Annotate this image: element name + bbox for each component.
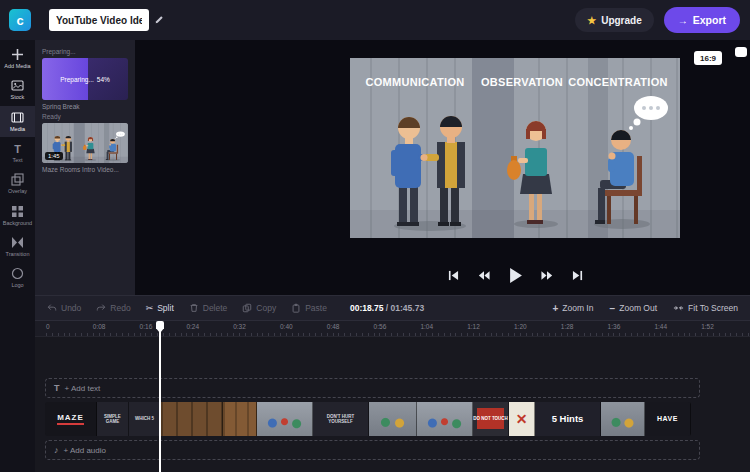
ruler-tick: 0:40 <box>280 323 293 330</box>
text-icon: T <box>11 142 24 155</box>
sidebar-label: Overlay <box>8 188 27 194</box>
video-clips-track: MAZESIMPLE GAMEWHICH 5DON'T HURT YOURSEL… <box>45 402 691 436</box>
preview-area: COMMUNICATION OBSERVATION CONCENTRATION <box>135 40 750 295</box>
ready-item-name: Maze Rooms Intro Video... <box>42 166 128 173</box>
split-label: Split <box>157 303 174 313</box>
preview-caption: CONCENTRATION <box>568 76 668 88</box>
text-track-icon: T <box>54 383 60 393</box>
stock-image-icon <box>11 79 24 92</box>
ruler-tick: 0:16 <box>140 323 153 330</box>
timeline-clip[interactable]: WHICH 5 <box>129 402 161 436</box>
preview-caption: COMMUNICATION <box>365 76 464 88</box>
time-display: 00:18.75 / 01:45.73 <box>350 303 424 313</box>
video-preview[interactable]: COMMUNICATION OBSERVATION CONCENTRATION <box>350 58 680 238</box>
plus-icon <box>11 48 24 61</box>
rewind-button[interactable] <box>476 268 492 283</box>
ruler-tick: 0:08 <box>93 323 106 330</box>
timeline-clip[interactable] <box>601 402 645 436</box>
timeline-clip[interactable] <box>257 402 313 436</box>
timeline-clip[interactable]: DON'T HURT YOURSELF <box>313 402 369 436</box>
timeline-clip[interactable] <box>161 402 223 436</box>
timeline-clip[interactable]: 5 Hints <box>535 402 601 436</box>
timeline-clip[interactable]: ✕ <box>509 402 535 436</box>
copy-button[interactable]: Copy <box>242 303 276 313</box>
redo-icon <box>96 303 106 313</box>
sidebar-label: Logo <box>11 282 23 288</box>
zoom-tools: + Zoom In − Zoom Out Fit To Screen <box>552 303 738 314</box>
delete-label: Delete <box>203 303 228 313</box>
sidebar-item-logo[interactable]: Logo <box>0 262 35 293</box>
export-arrow-icon: → <box>678 15 688 26</box>
timeline-clip[interactable]: SIMPLE GAME <box>97 402 129 436</box>
fast-forward-button[interactable] <box>539 268 555 283</box>
background-grid-icon <box>11 205 24 218</box>
total-time: 01:45.73 <box>391 303 425 313</box>
redo-button[interactable]: Redo <box>96 303 130 313</box>
sidebar-label: Transition <box>6 251 30 257</box>
copy-icon <box>242 303 252 313</box>
fit-to-screen-button[interactable]: Fit To Screen <box>673 303 738 314</box>
preparing-media-item[interactable]: Preparing... 54% <box>42 58 128 100</box>
sidebar: Add Media Stock Media T Text Overlay Bac… <box>0 40 35 472</box>
sidebar-item-add-media[interactable]: Add Media <box>0 43 35 74</box>
ruler-tick: 0:56 <box>374 323 387 330</box>
fit-label: Fit To Screen <box>688 303 738 313</box>
sidebar-item-background[interactable]: Background <box>0 200 35 231</box>
playhead[interactable] <box>159 321 161 472</box>
project-title-input[interactable] <box>49 9 149 31</box>
timeline-clip[interactable]: HAVE <box>645 402 691 436</box>
timeline-clip[interactable] <box>369 402 417 436</box>
redo-label: Redo <box>110 303 130 313</box>
overlay-layers-icon <box>11 173 24 186</box>
upgrade-button[interactable]: ★ Upgrade <box>575 8 654 32</box>
sidebar-item-text[interactable]: T Text <box>0 137 35 168</box>
topbar: c ★ Upgrade → Export <box>0 0 750 40</box>
ruler-tick: 1:28 <box>561 323 574 330</box>
sidebar-label: Add Media <box>4 63 30 69</box>
timeline-clip[interactable]: DO NOT TOUCH <box>473 402 509 436</box>
zoom-in-button[interactable]: + Zoom In <box>552 303 593 314</box>
add-text-label: + Add text <box>65 384 101 393</box>
split-button[interactable]: ✂ Split <box>146 303 174 313</box>
ready-media-item[interactable]: 1:45 <box>42 123 128 163</box>
sidebar-item-transition[interactable]: Transition <box>0 231 35 262</box>
ruler-tick: 1:20 <box>514 323 527 330</box>
sidebar-label: Text <box>12 157 22 163</box>
play-button[interactable] <box>507 266 524 285</box>
delete-button[interactable]: Delete <box>189 303 228 313</box>
add-audio-track[interactable]: ♪ + Add audio <box>45 440 700 460</box>
skip-to-start-button[interactable] <box>446 268 461 283</box>
sidebar-item-stock[interactable]: Stock <box>0 74 35 105</box>
player: COMMUNICATION OBSERVATION CONCENTRATION <box>350 58 680 295</box>
sidebar-label: Media <box>10 126 25 132</box>
progress-percent: 54% <box>97 76 110 83</box>
logo-circle-icon <box>11 267 24 280</box>
timeline-clip[interactable]: MAZE <box>45 402 97 436</box>
skip-to-end-button[interactable] <box>570 268 585 283</box>
sidebar-item-overlay[interactable]: Overlay <box>0 168 35 199</box>
sidebar-label: Stock <box>11 94 25 100</box>
add-text-track[interactable]: T + Add text <box>45 378 700 398</box>
aspect-ratio-badge[interactable]: 16:9 <box>694 51 722 65</box>
app-logo[interactable]: c <box>9 9 31 31</box>
fit-screen-icon <box>673 303 684 313</box>
sidebar-item-media[interactable]: Media <box>0 106 35 137</box>
zoom-out-button[interactable]: − Zoom Out <box>609 303 657 314</box>
help-chat-icon[interactable] <box>735 47 747 57</box>
project-title-wrap <box>49 9 164 31</box>
zoom-in-label: Zoom In <box>562 303 593 313</box>
paste-button[interactable]: Paste <box>291 303 327 313</box>
scissors-icon: ✂ <box>146 303 154 313</box>
timeline-clip[interactable] <box>417 402 473 436</box>
preparing-item-name: Spring Break <box>42 103 128 110</box>
timeline-ruler[interactable]: 00:080:160:240:320:400:480:561:041:121:2… <box>35 321 750 337</box>
timeline-clip[interactable] <box>223 402 257 436</box>
paste-label: Paste <box>305 303 327 313</box>
undo-button[interactable]: Undo <box>47 303 81 313</box>
progress-text: Preparing... 54% <box>42 58 128 100</box>
export-button[interactable]: → Export <box>664 7 740 33</box>
current-time: 00:18.75 <box>350 303 384 313</box>
ruler-tick: 1:04 <box>420 323 433 330</box>
edit-title-icon[interactable] <box>154 15 164 25</box>
progress-status: Preparing... <box>60 76 94 83</box>
